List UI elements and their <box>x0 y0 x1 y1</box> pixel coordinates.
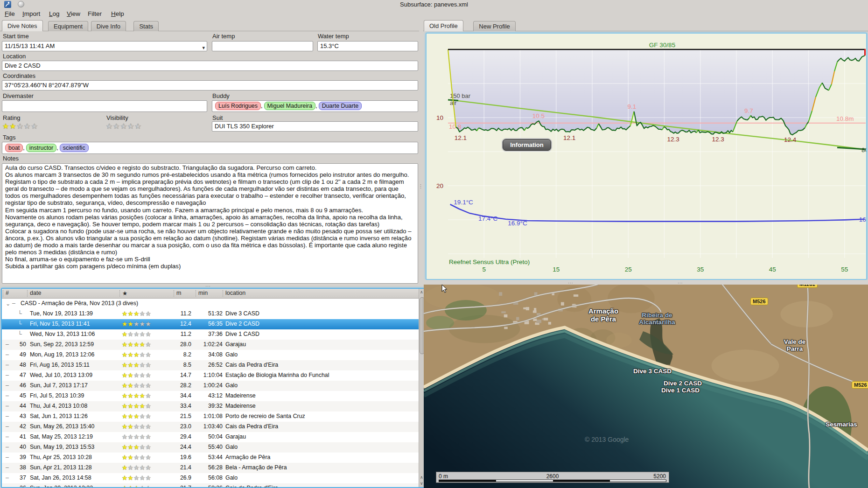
column-header-0[interactable]: # <box>6 290 9 296</box>
dive-row[interactable]: –41Sat, May 25, 2013 12:19★★★★★29.450:04… <box>2 432 419 442</box>
dive-row[interactable]: –45Fri, Jul 5, 2013 10:39★★★★★34.443:12M… <box>2 391 419 401</box>
dive-row[interactable]: └Wed, Nov 13, 2013 11:06★★★★★11.237:36Di… <box>2 329 419 340</box>
tags-field[interactable]: boat,instructor,scientific <box>2 142 418 154</box>
svg-text:16.9°C: 16.9°C <box>508 220 527 227</box>
svg-text:12.1: 12.1 <box>455 134 467 141</box>
svg-text:9.7: 9.7 <box>744 107 753 114</box>
dive-site-marker-dive1[interactable]: Dive 1 CASD <box>645 387 715 394</box>
buddy-field[interactable]: Luís Rodrigues,Miguel Madureira,Duarte D… <box>212 100 418 112</box>
tag-chip[interactable]: Luís Rodrigues <box>215 102 261 110</box>
map-label-sesmarias: Sesmarias <box>818 421 865 428</box>
dive-row[interactable]: └Fri, Nov 15, 2013 11:41★★★★★12.456:35Di… <box>2 319 419 329</box>
road-badge-m1281: M1281 <box>797 285 818 288</box>
menu-help[interactable]: Help <box>111 10 124 17</box>
dive-list-header[interactable]: #date★mminlocation <box>2 289 419 299</box>
right-horizontal-splitter[interactable]: ⋯ ⋯ <box>423 280 868 285</box>
coordinates-label: Coordinates <box>3 72 35 79</box>
tag-chip[interactable]: Duarte Duarte <box>319 102 362 110</box>
tab-stats[interactable]: Stats <box>133 21 159 31</box>
menu-import[interactable]: Import <box>22 10 40 17</box>
trip-group-row[interactable]: ⌄–CASD - Armação de Pêra, Nov 2013 (3 di… <box>2 299 419 309</box>
location-field[interactable]: Dive 2 CASD <box>2 61 418 71</box>
dive-row[interactable]: –48Fri, Aug 16, 2013 15:11★★★★★8.526:52C… <box>2 360 419 370</box>
dive-row[interactable]: –47Wed, Jul 10, 2013 13:09★★★★★14.71:10:… <box>2 370 419 381</box>
rating-stars[interactable]: ★★★★★ <box>2 122 38 131</box>
dive-row[interactable]: –40Sun, May 19, 2013 15:53★★★★★24.455:40… <box>2 442 419 453</box>
column-header-5[interactable]: location <box>225 290 245 296</box>
svg-text:20: 20 <box>436 182 443 189</box>
svg-text:10.5: 10.5 <box>532 112 545 119</box>
suit-field[interactable]: DUI TLS 350 Explorer <box>212 121 418 132</box>
scroll-up-icon[interactable]: ∧ <box>420 290 423 294</box>
svg-text:12.1: 12.1 <box>563 134 575 141</box>
scroll-up-icon[interactable]: ∧ <box>420 475 423 480</box>
star-icon: ★ <box>17 122 24 130</box>
tab-dive-info[interactable]: Dive Info <box>91 21 126 31</box>
menu-filter[interactable]: Filter <box>88 10 102 17</box>
scroll-down-icon[interactable]: ∨ <box>420 481 423 486</box>
menu-bar: FileImportLogViewFilterHelp <box>0 8 868 21</box>
dive-row[interactable]: –39Thu, Apr 25, 2013 10:28★★★★★19.653:44… <box>2 453 419 463</box>
star-icon: ★ <box>106 122 113 130</box>
visibility-stars[interactable]: ★★★★★ <box>106 122 142 131</box>
dive-profile-panel: 10.8150 barair8019.1°C17.4°C16.9°C1612.1… <box>426 33 867 280</box>
dive-row[interactable]: └Tue, Nov 19, 2013 11:39★★★★★11.251:32Di… <box>2 309 419 319</box>
tab-old-profile[interactable]: Old Profile <box>424 20 463 31</box>
menu-file[interactable]: File <box>5 10 15 17</box>
dive-row[interactable]: –36Sun, Jan 20, 2013 12:33★★★★★21.758:36… <box>2 483 419 488</box>
tag-chip[interactable]: scientific <box>60 144 89 152</box>
tab-equipment[interactable]: Equipment <box>48 21 88 31</box>
air-temp-field[interactable] <box>212 41 313 51</box>
dive-site-marker-dive2[interactable]: Dive 2 CASD <box>648 380 718 387</box>
column-header-2[interactable]: ★ <box>122 290 127 297</box>
svg-text:45: 45 <box>769 266 776 273</box>
buddy-label: Buddy <box>212 92 230 99</box>
dive-list[interactable]: #date★mminlocation ⌄–CASD - Armação de P… <box>1 288 427 488</box>
svg-text:55: 55 <box>841 266 848 273</box>
star-icon: ★ <box>9 122 16 130</box>
chevron-down-icon[interactable]: ▾ <box>202 43 205 51</box>
tab-dive-notes[interactable]: Dive Notes <box>2 20 43 31</box>
dive-row[interactable]: –42Sun, May 26, 2013 15:40★★★★★23.01:03:… <box>2 422 419 432</box>
divemaster-field[interactable] <box>2 100 207 112</box>
map-label-town: Armação de Pêra <box>578 307 629 323</box>
menu-log[interactable]: Log <box>49 10 60 17</box>
tab-new-profile[interactable]: New Profile <box>473 21 515 31</box>
dive-row[interactable]: –37Sat, Jan 26, 2013 14:58★★★★★26.956:08… <box>2 473 419 483</box>
dive-profile-chart: 10.8150 barair8019.1°C17.4°C16.9°C1612.1… <box>427 34 866 279</box>
map-copyright: © 2013 Google <box>585 436 629 443</box>
menu-view[interactable]: View <box>67 10 80 17</box>
tag-chip[interactable]: instructor <box>26 144 56 152</box>
tag-chip[interactable]: Miguel Madureira <box>264 102 316 110</box>
start-time-combobox[interactable]: 11/15/13 11:41 AM▾ <box>2 41 207 51</box>
map-label-river: Ribeira de Alcantarilha <box>629 312 685 326</box>
mouse-cursor <box>441 285 449 294</box>
dive-row[interactable]: –49Mon, Aug 19, 2013 12:06★★★★★8.234:08G… <box>2 350 419 360</box>
location-label: Location <box>3 53 26 60</box>
scale-mid: 2600 <box>436 473 669 480</box>
tag-chip[interactable]: boat <box>5 144 23 152</box>
svg-text:10.8m: 10.8m <box>836 115 854 122</box>
dive-row[interactable]: –44Thu, Jul 4, 2013 10:08★★★★★33.439:32M… <box>2 401 419 411</box>
dive-row[interactable]: –50Sun, Sep 22, 2013 12:59★★★★★28.01:02:… <box>2 340 419 350</box>
dive-row[interactable]: –43Sat, Jun 1, 2013 11:26★★★★★21.51:01:0… <box>2 411 419 422</box>
svg-text:12.3: 12.3 <box>667 136 679 143</box>
water-temp-field[interactable]: 15.3°C <box>317 41 418 51</box>
dive-site-map[interactable]: Armação de Pêra Ribeira de Alcantarilha … <box>424 285 868 488</box>
star-icon: ★ <box>31 122 38 130</box>
notes-textarea[interactable]: Aula do curso CASD. Transectos c/video e… <box>2 163 418 284</box>
dive-site-marker-dive3[interactable]: Dive 3 CASD <box>617 368 687 375</box>
suit-label: Suit <box>212 114 223 121</box>
dive-row[interactable]: –46Sun, Jul 7, 2013 17:17★★★★★28.21:00:2… <box>2 381 419 391</box>
column-header-3[interactable]: m <box>176 290 181 296</box>
coordinates-field[interactable]: 37°05'23.460"N 8°20'47.879"W <box>2 80 418 91</box>
air-temp-label: Air temp <box>212 33 235 40</box>
svg-text:35: 35 <box>697 266 704 273</box>
information-button[interactable]: Information <box>503 139 551 151</box>
left-horizontal-splitter[interactable]: ⋯ <box>0 284 419 288</box>
column-header-4[interactable]: min <box>198 290 208 296</box>
svg-text:12.3: 12.3 <box>712 136 724 143</box>
svg-text:17.4°C: 17.4°C <box>478 215 498 222</box>
column-header-1[interactable]: date <box>30 290 41 296</box>
dive-row[interactable]: –38Sun, Apr 21, 2013 11:28★★★★★21.456:28… <box>2 463 419 473</box>
